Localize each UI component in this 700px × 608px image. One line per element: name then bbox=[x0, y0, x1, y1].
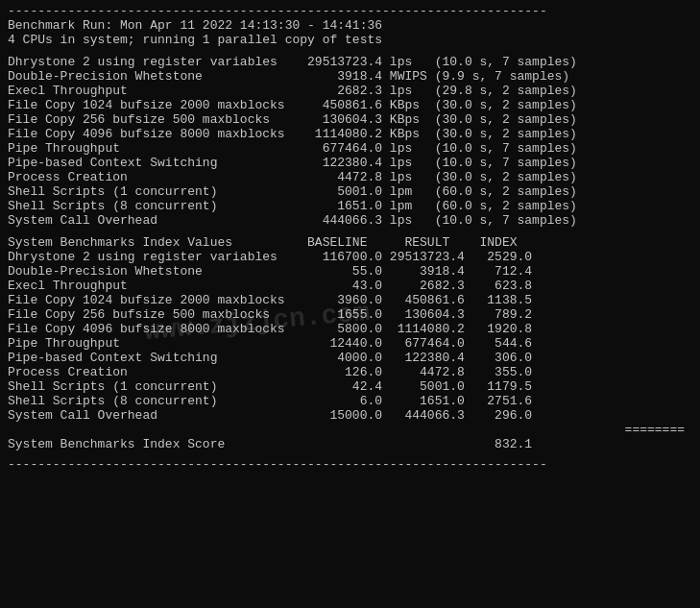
header-cpu-info: 4 CPUs in system; running 1 parallel cop… bbox=[8, 33, 692, 47]
index-row-6: File Copy 4096 bufsize 8000 maxblocks 58… bbox=[8, 322, 692, 336]
index-row-1: Dhrystone 2 using register variables 116… bbox=[8, 250, 692, 264]
index-row-7: Pipe Throughput 12440.0 677464.0 544.6 bbox=[8, 336, 692, 351]
raw-row-7: Pipe Throughput 677464.0 lps (10.0 s, 7 … bbox=[8, 141, 692, 156]
divider-top: ----------------------------------------… bbox=[8, 4, 692, 18]
raw-row-6: File Copy 4096 bufsize 8000 maxblocks 11… bbox=[8, 127, 692, 141]
raw-row-8: Pipe-based Context Switching 122380.4 lp… bbox=[8, 156, 692, 170]
score-line: System Benchmarks Index Score 832.1 bbox=[8, 437, 692, 451]
index-row-5: File Copy 256 bufsize 500 maxblocks 1655… bbox=[8, 307, 692, 322]
divider-bottom: ----------------------------------------… bbox=[8, 457, 692, 472]
index-row-11: Shell Scripts (8 concurrent) 6.0 1651.0 … bbox=[8, 394, 692, 408]
raw-row-11: Shell Scripts (8 concurrent) 1651.0 lpm … bbox=[8, 199, 692, 213]
raw-benchmark-list: Dhrystone 2 using register variables 295… bbox=[8, 55, 692, 228]
raw-row-10: Shell Scripts (1 concurrent) 5001.0 lpm … bbox=[8, 184, 692, 199]
index-table: Dhrystone 2 using register variables 116… bbox=[8, 250, 692, 423]
header-benchmark-run: Benchmark Run: Mon Apr 11 2022 14:13:30 … bbox=[8, 18, 692, 33]
raw-row-1: Dhrystone 2 using register variables 295… bbox=[8, 55, 692, 69]
raw-row-3: Execl Throughput 2682.3 lps (29.8 s, 2 s… bbox=[8, 84, 692, 98]
raw-row-4: File Copy 1024 bufsize 2000 maxblocks 45… bbox=[8, 98, 692, 112]
index-row-10: Shell Scripts (1 concurrent) 42.4 5001.0… bbox=[8, 379, 692, 394]
raw-row-5: File Copy 256 bufsize 500 maxblocks 1306… bbox=[8, 112, 692, 127]
raw-row-9: Process Creation 4472.8 lps (30.0 s, 2 s… bbox=[8, 170, 692, 184]
index-row-4: File Copy 1024 bufsize 2000 maxblocks 39… bbox=[8, 293, 692, 307]
index-row-8: Pipe-based Context Switching 4000.0 1223… bbox=[8, 351, 692, 365]
raw-row-2: Double-Precision Whetstone 3918.4 MWIPS … bbox=[8, 69, 692, 84]
table-header: System Benchmarks Index Values BASELINE … bbox=[8, 235, 692, 250]
index-row-2: Double-Precision Whetstone 55.0 3918.4 7… bbox=[8, 264, 692, 279]
index-row-3: Execl Throughput 43.0 2682.3 623.8 bbox=[8, 279, 692, 293]
index-row-12: System Call Overhead 15000.0 444066.3 29… bbox=[8, 408, 692, 423]
terminal: www.zjzjcn.com -------------------------… bbox=[0, 0, 700, 608]
equals-separator: ======== bbox=[8, 423, 692, 437]
index-row-9: Process Creation 126.0 4472.8 355.0 bbox=[8, 365, 692, 379]
raw-row-12: System Call Overhead 444066.3 lps (10.0 … bbox=[8, 213, 692, 228]
